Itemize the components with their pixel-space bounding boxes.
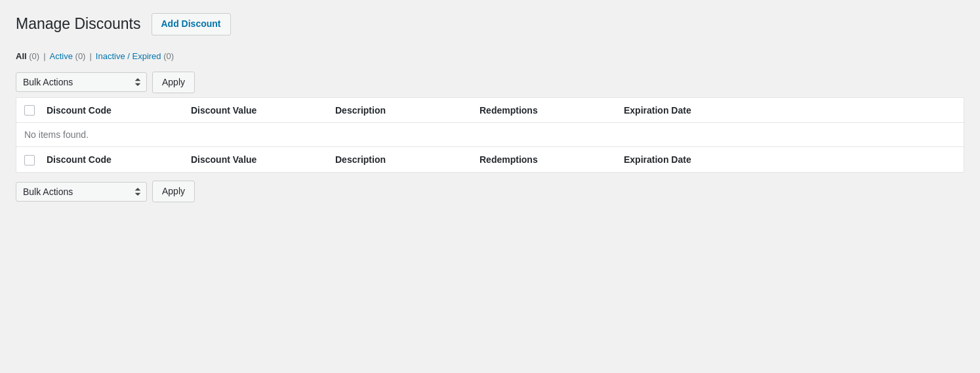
top-apply-button[interactable]: Apply bbox=[152, 72, 195, 94]
page-title: Manage Discounts bbox=[16, 14, 141, 34]
table-head: Discount Code Discount Value Description… bbox=[16, 98, 964, 123]
discounts-table-wrapper: Discount Code Discount Value Description… bbox=[16, 97, 964, 173]
col-header-redemptions: Redemptions bbox=[472, 98, 616, 123]
page-header: Manage Discounts Add Discount bbox=[16, 13, 964, 35]
col-footer-expiration-date: Expiration Date bbox=[616, 147, 964, 172]
filter-inactive-label: Inactive / Expired bbox=[96, 51, 161, 61]
top-bulk-actions-bar: Bulk Actions Apply bbox=[16, 68, 964, 98]
select-all-checkbox-top[interactable] bbox=[24, 105, 35, 116]
col-header-expiration-date: Expiration Date bbox=[616, 98, 964, 123]
filter-all-count: (0) bbox=[29, 51, 39, 61]
filter-nav: All (0) | Active (0) | Inactive / Expire… bbox=[16, 51, 964, 61]
no-items-message: No items found. bbox=[16, 123, 964, 147]
col-header-description: Description bbox=[327, 98, 472, 123]
filter-inactive[interactable]: Inactive / Expired (0) bbox=[96, 51, 174, 61]
col-header-discount-code: Discount Code bbox=[39, 98, 183, 123]
add-discount-button[interactable]: Add Discount bbox=[152, 13, 231, 35]
filter-sep-1: | bbox=[43, 51, 45, 61]
filter-all-label: All bbox=[16, 51, 27, 61]
top-bulk-actions-select[interactable]: Bulk Actions bbox=[16, 72, 147, 92]
col-footer-discount-code: Discount Code bbox=[39, 147, 183, 172]
filter-sep-2: | bbox=[89, 51, 91, 61]
filter-all[interactable]: All (0) bbox=[16, 51, 39, 61]
table-body: No items found. Discount Code Discount V… bbox=[16, 123, 964, 172]
no-items-row: No items found. bbox=[16, 123, 964, 147]
discounts-table: Discount Code Discount Value Description… bbox=[16, 97, 964, 173]
col-header-discount-value: Discount Value bbox=[183, 98, 327, 123]
bottom-apply-button[interactable]: Apply bbox=[152, 181, 195, 203]
col-select-all bbox=[16, 98, 39, 123]
filter-inactive-count: (0) bbox=[163, 51, 174, 61]
filter-active-label: Active bbox=[50, 51, 73, 61]
col-footer-discount-value: Discount Value bbox=[183, 147, 327, 172]
table-footer-row: Discount Code Discount Value Description… bbox=[16, 147, 964, 172]
table-header-row: Discount Code Discount Value Description… bbox=[16, 98, 964, 123]
filter-active[interactable]: Active (0) bbox=[50, 51, 86, 61]
select-all-checkbox-bottom[interactable] bbox=[24, 155, 35, 165]
bottom-bulk-actions-bar: Bulk Actions Apply bbox=[16, 177, 964, 207]
col-select-all-bottom bbox=[16, 147, 39, 172]
bottom-bulk-actions-select[interactable]: Bulk Actions bbox=[16, 182, 147, 202]
col-footer-redemptions: Redemptions bbox=[472, 147, 616, 172]
filter-active-count: (0) bbox=[75, 51, 86, 61]
col-footer-description: Description bbox=[327, 147, 472, 172]
